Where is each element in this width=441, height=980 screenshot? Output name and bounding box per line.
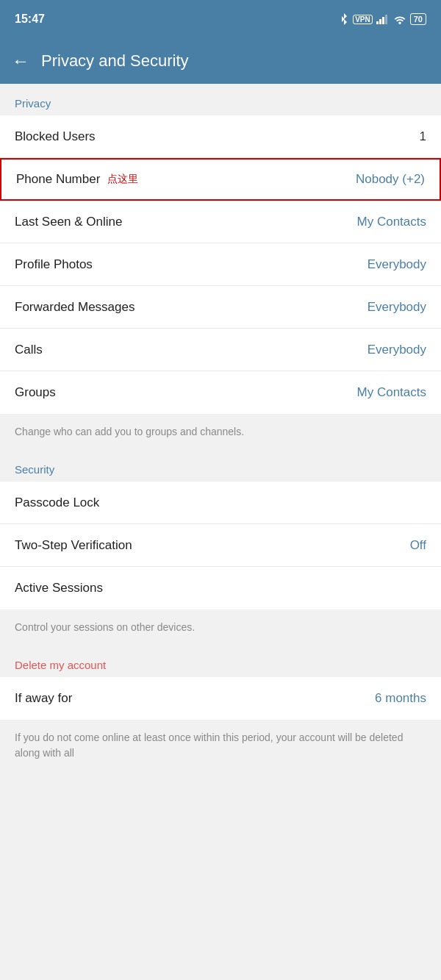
delete-account-section-label: Delete my account bbox=[0, 645, 441, 677]
two-step-value: Off bbox=[410, 538, 426, 553]
away-for-value: 6 months bbox=[375, 691, 426, 706]
forwarded-messages-row[interactable]: Forwarded Messages Everybody bbox=[0, 286, 441, 329]
phone-number-hint: 点这里 bbox=[107, 173, 138, 186]
wifi-icon bbox=[393, 14, 406, 24]
delete-account-settings-list: If away for 6 months bbox=[0, 677, 441, 720]
phone-number-label: Phone Number bbox=[16, 172, 100, 187]
back-button[interactable]: ← bbox=[12, 51, 29, 71]
blocked-users-row[interactable]: Blocked Users 1 bbox=[0, 115, 441, 158]
phone-number-row[interactable]: Phone Number 点这里 Nobody (+2) bbox=[0, 158, 441, 201]
status-time: 15:47 bbox=[15, 12, 45, 26]
forwarded-messages-value: Everybody bbox=[368, 300, 426, 315]
away-description: If you do not come online at least once … bbox=[0, 720, 441, 771]
svg-rect-3 bbox=[385, 15, 387, 24]
two-step-row[interactable]: Two-Step Verification Off bbox=[0, 524, 441, 567]
calls-value: Everybody bbox=[368, 343, 426, 357]
status-icons: VPN 70 bbox=[339, 12, 426, 26]
sessions-description: Control your sessions on other devices. bbox=[0, 609, 441, 645]
security-section-label: Security bbox=[0, 450, 441, 482]
calls-label: Calls bbox=[15, 343, 43, 357]
svg-rect-1 bbox=[379, 19, 381, 24]
away-for-row[interactable]: If away for 6 months bbox=[0, 677, 441, 720]
active-sessions-label: Active Sessions bbox=[15, 581, 103, 595]
last-seen-value: My Contacts bbox=[357, 215, 426, 229]
status-bar: 15:47 VPN 70 bbox=[0, 0, 441, 38]
bluetooth-icon bbox=[339, 12, 349, 26]
vpn-badge: VPN bbox=[353, 15, 373, 24]
groups-row[interactable]: Groups My Contacts bbox=[0, 371, 441, 414]
nav-bar: ← Privacy and Security bbox=[0, 38, 441, 84]
profile-photos-label: Profile Photos bbox=[15, 257, 93, 272]
last-seen-row[interactable]: Last Seen & Online My Contacts bbox=[0, 201, 441, 243]
phone-number-value: Nobody (+2) bbox=[356, 172, 425, 187]
groups-description: Change who can add you to groups and cha… bbox=[0, 414, 441, 450]
away-for-label: If away for bbox=[15, 691, 72, 706]
active-sessions-row[interactable]: Active Sessions bbox=[0, 567, 441, 609]
passcode-lock-label: Passcode Lock bbox=[15, 496, 99, 510]
privacy-section-label: Privacy bbox=[0, 84, 441, 115]
privacy-settings-list: Blocked Users 1 Phone Number 点这里 Nobody … bbox=[0, 115, 441, 414]
calls-row[interactable]: Calls Everybody bbox=[0, 329, 441, 371]
last-seen-label: Last Seen & Online bbox=[15, 215, 122, 229]
svg-rect-0 bbox=[376, 21, 379, 24]
blocked-users-label: Blocked Users bbox=[15, 129, 96, 144]
groups-value: My Contacts bbox=[357, 385, 426, 400]
signal-icon bbox=[376, 14, 390, 24]
passcode-lock-row[interactable]: Passcode Lock bbox=[0, 482, 441, 524]
blocked-users-value: 1 bbox=[420, 129, 426, 144]
groups-label: Groups bbox=[15, 385, 56, 400]
profile-photos-row[interactable]: Profile Photos Everybody bbox=[0, 243, 441, 286]
svg-rect-2 bbox=[382, 17, 384, 24]
battery-icon: 70 bbox=[410, 13, 426, 25]
forwarded-messages-label: Forwarded Messages bbox=[15, 300, 135, 315]
two-step-label: Two-Step Verification bbox=[15, 538, 132, 553]
profile-photos-value: Everybody bbox=[368, 257, 426, 272]
security-settings-list: Passcode Lock Two-Step Verification Off … bbox=[0, 482, 441, 609]
page-title: Privacy and Security bbox=[41, 51, 189, 71]
